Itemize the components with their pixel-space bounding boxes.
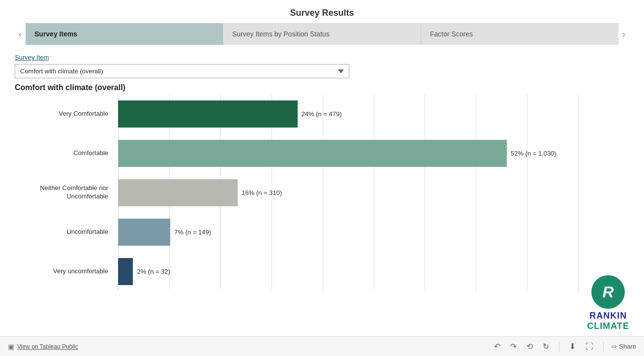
tableau-icon: ▣ <box>8 343 14 351</box>
toolbar-right: ↶ ↷ ⟲ ↻ ⬇ ⛶ ⇨ Share <box>492 341 636 352</box>
tab-navigation: ‹ Survey Items Survey Items by Position … <box>15 23 629 45</box>
bar-fill <box>118 179 238 206</box>
fullscreen-button[interactable]: ⛶ <box>583 341 595 352</box>
logo-area: R RANKIN CLIMATE <box>587 275 629 331</box>
tab-survey-items-by-position[interactable]: Survey Items by Position Status <box>223 23 421 45</box>
tab-next-arrow[interactable]: › <box>618 29 629 39</box>
bar-row: Uncomfortable7% (n = 149) <box>118 212 629 252</box>
bar-wrapper: 16% (n = 310) <box>118 179 629 206</box>
share-button[interactable]: ⇨ Share <box>612 343 636 350</box>
filter-label: Survey Item <box>15 54 629 61</box>
filter-section: Survey Item Comfort with climate (overal… <box>15 54 629 78</box>
logo-r-letter: R <box>603 283 614 301</box>
refresh-button[interactable]: ↻ <box>541 341 551 352</box>
chart-title: Comfort with climate (overall) <box>15 83 629 92</box>
tab-factor-scores[interactable]: Factor Scores <box>421 23 618 45</box>
bar-row: Comfortable52% (n = 1,030) <box>118 133 629 173</box>
bar-label: Very uncomfortable <box>15 267 113 276</box>
bar-wrapper: 2% (n = 32) <box>118 258 629 285</box>
chart-container: Very Comfortable24% (n = 479)Comfortable… <box>15 94 629 291</box>
survey-item-select[interactable]: Comfort with climate (overall) <box>15 64 349 78</box>
tab-survey-items[interactable]: Survey Items <box>26 23 223 45</box>
bar-row: Very Comfortable24% (n = 479) <box>118 94 629 133</box>
bar-value-label: 52% (n = 1,030) <box>511 150 556 157</box>
bar-fill <box>118 219 170 246</box>
bars-container: Very Comfortable24% (n = 479)Comfortable… <box>118 94 629 291</box>
bar-label: Comfortable <box>15 149 113 158</box>
bottom-bar: ▣ View on Tableau Public ↶ ↷ ⟲ ↻ ⬇ ⛶ ⇨ S… <box>0 336 644 356</box>
bar-value-label: 2% (n = 32) <box>137 268 170 275</box>
bar-wrapper: 24% (n = 479) <box>118 100 629 128</box>
bar-value-label: 24% (n = 479) <box>302 110 342 118</box>
toolbar-divider <box>559 342 559 352</box>
tab-prev-arrow[interactable]: ‹ <box>15 29 26 39</box>
bar-fill <box>118 100 298 128</box>
tableau-link[interactable]: ▣ View on Tableau Public <box>8 343 78 351</box>
undo-button[interactable]: ↶ <box>492 341 502 352</box>
bar-label: Very Comfortable <box>15 110 113 118</box>
bar-fill <box>118 140 507 167</box>
bar-label: Uncomfortable <box>15 228 113 236</box>
logo-rankin-text: RANKIN <box>589 311 627 321</box>
reset-button[interactable]: ⟲ <box>524 341 535 352</box>
tabs-container: Survey Items Survey Items by Position St… <box>26 23 618 45</box>
redo-button[interactable]: ↷ <box>508 341 519 352</box>
logo-climate-text: CLIMATE <box>587 321 629 331</box>
bar-value-label: 16% (n = 310) <box>242 189 282 196</box>
bar-wrapper: 7% (n = 149) <box>118 219 629 246</box>
bar-fill <box>118 258 133 285</box>
bar-value-label: 7% (n = 149) <box>174 228 211 236</box>
download-button[interactable]: ⬇ <box>567 341 578 352</box>
bar-row: Neither Comfortable nor Uncomfortable16%… <box>118 173 629 212</box>
page-title: Survey Results <box>0 0 644 23</box>
chart-inner: Very Comfortable24% (n = 479)Comfortable… <box>15 94 629 291</box>
toolbar-divider-2 <box>603 342 604 352</box>
logo-circle: R <box>591 275 625 309</box>
bar-wrapper: 52% (n = 1,030) <box>118 140 629 167</box>
bar-label: Neither Comfortable nor Uncomfortable <box>15 184 113 201</box>
share-icon: ⇨ <box>612 343 617 350</box>
bar-row: Very uncomfortable2% (n = 32) <box>118 252 629 291</box>
